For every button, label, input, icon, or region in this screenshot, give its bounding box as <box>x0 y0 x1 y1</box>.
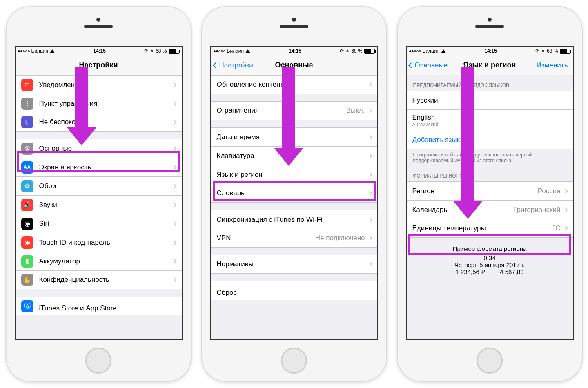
phone-speaker <box>280 25 308 28</box>
row-add-language[interactable]: Добавить язык... <box>407 131 573 149</box>
chevron-right-icon <box>368 262 372 266</box>
row-label: Клавиатура <box>217 152 368 160</box>
row-label: VPN <box>217 234 315 242</box>
status-time: 14:15 <box>289 48 301 54</box>
chevron-right-icon <box>172 101 176 106</box>
row-itunes[interactable]: Ⓐ iTunes Store и App Store <box>16 297 182 315</box>
row-reset[interactable]: Сброс <box>211 281 377 300</box>
battery-row-icon: ▮ <box>21 255 33 268</box>
region-format-example: Пример формата региона 0:34 Четверг, 5 я… <box>407 238 573 283</box>
orientation-lock-icon: ⟳ <box>535 48 539 54</box>
back-button[interactable]: Основные <box>409 56 448 75</box>
nav-bar: Основные Язык и регион Изменить <box>407 56 573 75</box>
battery-percent: 68 % <box>547 48 558 54</box>
phone-settings: Билайн 14:15 ⟳ ⁕ 68 % Настройки ◻ Уведом… <box>6 6 192 382</box>
nav-title: Настройки <box>79 61 118 69</box>
row-display[interactable]: AA Экран и яркость <box>16 158 182 176</box>
chevron-left-icon <box>408 62 414 68</box>
home-button[interactable] <box>85 348 111 374</box>
row-region[interactable]: Регион Россия <box>407 181 573 200</box>
chevron-right-icon <box>563 189 568 193</box>
row-label: Сброс <box>217 285 372 297</box>
chevron-right-icon <box>172 221 176 226</box>
orientation-lock-icon: ⟳ <box>340 48 344 54</box>
home-button[interactable] <box>477 348 503 374</box>
phone-speaker <box>475 25 504 28</box>
row-itunes-wifi[interactable]: Синхронизация с iTunes по Wi-Fi <box>211 210 377 229</box>
row-touchid[interactable]: ◉ Touch ID и код-пароль <box>16 233 182 252</box>
status-bar: Билайн 14:15 ⟳ ⁕ 68 % <box>211 47 377 56</box>
hand-icon: ✋ <box>21 274 33 286</box>
row-label: Словарь <box>217 189 368 197</box>
row-wallpaper[interactable]: ✿ Обои <box>16 176 182 195</box>
back-label: Основные <box>415 61 448 69</box>
row-do-not-disturb[interactable]: ☾ Не беспокоить <box>16 113 182 132</box>
carrier-label: Билайн <box>423 48 440 54</box>
row-siri[interactable]: ◉ Siri <box>16 214 182 233</box>
example-num1: 1 234,56 ₽ <box>455 268 485 276</box>
row-lang-russian[interactable]: Русский <box>407 91 573 109</box>
row-label: Siri <box>39 220 173 228</box>
status-bar: Билайн 14:15 ⟳ ⁕ 68 % <box>16 47 182 56</box>
siri-icon: ◉ <box>21 218 33 230</box>
screen-language-region: Билайн 14:15 ⟳ ⁕ 68 % Основные Язык и ре… <box>406 46 574 340</box>
row-label: Звуки <box>39 201 173 209</box>
row-battery[interactable]: ▮ Аккумулятор <box>16 252 182 270</box>
row-general[interactable]: ⚙ Основные <box>16 139 182 158</box>
row-label: Экран и яркость <box>39 163 173 172</box>
chevron-right-icon <box>172 203 176 207</box>
row-datetime[interactable]: Дата и время <box>211 127 377 146</box>
phone-speaker <box>84 25 113 28</box>
row-sounds[interactable]: 🔊 Звуки <box>16 195 182 214</box>
lang-name: English <box>412 114 435 121</box>
row-keyboard[interactable]: Клавиатура <box>211 146 377 165</box>
notifications-icon: ◻ <box>21 79 33 91</box>
nav-bar: Настройки <box>16 56 182 75</box>
row-restrictions[interactable]: Ограничения Выкл. <box>211 101 377 120</box>
chevron-left-icon <box>212 62 218 68</box>
row-label: Добавить язык... <box>412 136 567 144</box>
wifi-icon <box>441 49 446 53</box>
phone-language-region: Билайн 14:15 ⟳ ⁕ 68 % Основные Язык и ре… <box>397 6 583 382</box>
chevron-right-icon <box>368 217 372 222</box>
row-label: Не беспокоить <box>39 118 173 126</box>
row-notifications[interactable]: ◻ Уведомления <box>16 75 182 94</box>
bluetooth-icon: ⁕ <box>345 48 350 54</box>
row-dictionary[interactable]: Словарь <box>211 184 377 203</box>
status-time: 14:15 <box>484 48 497 54</box>
example-title: Пример формата региона <box>411 245 569 252</box>
lang-sub: Английский <box>412 122 567 127</box>
row-label: Аккумулятор <box>39 257 173 265</box>
row-lang-english[interactable]: English Английский <box>407 109 573 131</box>
row-regulatory[interactable]: Нормативы <box>211 255 377 274</box>
chevron-right-icon <box>172 83 176 87</box>
chevron-right-icon <box>172 184 176 188</box>
row-value: Григорианский <box>513 206 560 214</box>
chevron-right-icon <box>368 154 372 158</box>
row-value: Не подключено <box>315 234 365 242</box>
row-content-refresh[interactable]: Обновление контента <box>211 75 377 94</box>
row-privacy[interactable]: ✋ Конфиденциальность <box>16 270 182 289</box>
edit-button[interactable]: Изменить <box>537 56 568 75</box>
signal-icon <box>18 50 30 52</box>
row-temperature-units[interactable]: Единицы температуры °C <box>407 219 573 238</box>
row-label: Обновление контента <box>217 80 368 89</box>
wallpaper-icon: ✿ <box>21 180 33 192</box>
row-control-center[interactable]: ⋮ Пункт управления <box>16 94 182 113</box>
row-label: Основные <box>39 145 173 153</box>
nav-bar: Настройки Основные <box>211 56 377 75</box>
row-value: Выкл. <box>346 107 365 115</box>
home-button[interactable] <box>281 348 307 374</box>
back-label: Настройки <box>219 61 253 69</box>
row-value: °C <box>552 224 560 232</box>
appstore-icon: Ⓐ <box>21 300 33 312</box>
row-calendar[interactable]: Календарь Григорианский <box>407 200 573 219</box>
row-vpn[interactable]: VPN Не подключено <box>211 229 377 248</box>
back-button[interactable]: Настройки <box>214 56 253 75</box>
row-label: Нормативы <box>217 260 368 268</box>
screen-settings: Билайн 14:15 ⟳ ⁕ 68 % Настройки ◻ Уведом… <box>15 46 183 340</box>
row-language-region[interactable]: Язык и регион <box>211 165 377 184</box>
speaker-icon: 🔊 <box>21 199 33 211</box>
chevron-right-icon <box>563 207 568 212</box>
chevron-right-icon <box>368 82 372 87</box>
